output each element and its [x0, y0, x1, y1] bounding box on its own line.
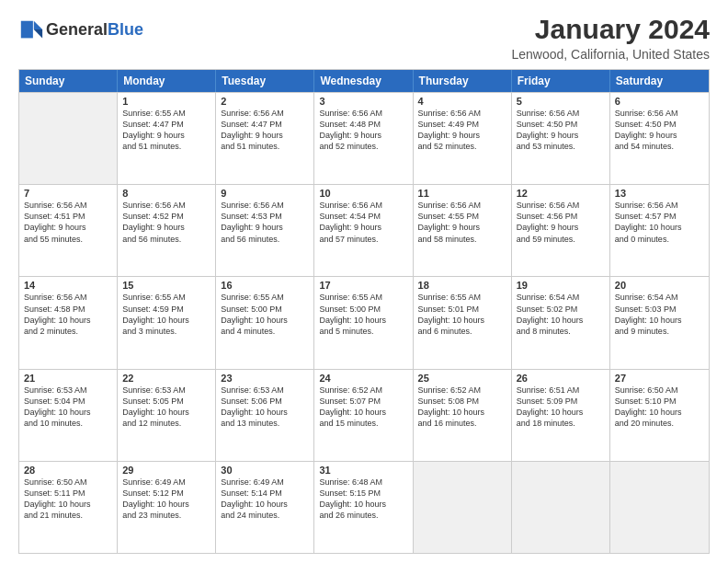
cell-line: Sunset: 4:47 PM [122, 119, 210, 130]
calendar-cell-19: 19Sunrise: 6:54 AMSunset: 5:02 PMDayligh… [512, 277, 610, 368]
calendar-cell-20: 20Sunrise: 6:54 AMSunset: 5:03 PMDayligh… [610, 277, 709, 368]
cell-line: Daylight: 9 hours [24, 222, 112, 233]
calendar-cell-2: 2Sunrise: 6:56 AMSunset: 4:47 PMDaylight… [216, 93, 314, 184]
cell-line: Sunrise: 6:55 AM [221, 292, 309, 303]
cell-line: and 56 minutes. [221, 234, 309, 245]
calendar-cell-12: 12Sunrise: 6:56 AMSunset: 4:56 PMDayligh… [512, 185, 610, 276]
day-number: 27 [615, 373, 704, 384]
cell-line: Sunrise: 6:55 AM [122, 292, 210, 303]
cell-line: and 18 minutes. [517, 418, 605, 429]
calendar-cell-7: 7Sunrise: 6:56 AMSunset: 4:51 PMDaylight… [19, 185, 118, 276]
calendar-cell-28: 28Sunrise: 6:50 AMSunset: 5:11 PMDayligh… [19, 462, 118, 553]
cell-line: Sunset: 4:59 PM [122, 304, 210, 315]
cell-line: Daylight: 9 hours [418, 130, 506, 141]
calendar-cell-empty [512, 462, 610, 553]
calendar: SundayMondayTuesdayWednesdayThursdayFrid… [18, 69, 710, 554]
col-header-friday: Friday [512, 70, 610, 92]
cell-line: Daylight: 9 hours [122, 222, 210, 233]
calendar-cell-3: 3Sunrise: 6:56 AMSunset: 4:48 PMDaylight… [314, 93, 413, 184]
calendar-cell-29: 29Sunrise: 6:49 AMSunset: 5:12 PMDayligh… [118, 462, 216, 553]
day-number: 9 [221, 188, 309, 199]
calendar-cell-13: 13Sunrise: 6:56 AMSunset: 4:57 PMDayligh… [610, 185, 709, 276]
cell-line: Sunrise: 6:55 AM [122, 108, 210, 119]
cell-line: Daylight: 10 hours [122, 407, 210, 418]
cell-line: Daylight: 10 hours [24, 315, 112, 326]
cell-line: Sunrise: 6:53 AM [122, 385, 210, 396]
cell-line: Sunset: 4:57 PM [615, 211, 704, 222]
cell-line: and 56 minutes. [122, 234, 210, 245]
calendar-cell-16: 16Sunrise: 6:55 AMSunset: 5:00 PMDayligh… [216, 277, 314, 368]
cell-line: and 51 minutes. [221, 141, 309, 152]
cell-line: Daylight: 9 hours [319, 130, 407, 141]
cell-line: Sunrise: 6:55 AM [319, 292, 407, 303]
cell-line: Sunrise: 6:52 AM [418, 385, 506, 396]
day-number: 14 [24, 280, 112, 291]
calendar-cell-5: 5Sunrise: 6:56 AMSunset: 4:50 PMDaylight… [512, 93, 610, 184]
cell-line: Daylight: 9 hours [418, 222, 506, 233]
day-number: 19 [517, 280, 605, 291]
cell-line: and 4 minutes. [221, 326, 309, 337]
calendar-cell-9: 9Sunrise: 6:56 AMSunset: 4:53 PMDaylight… [216, 185, 314, 276]
calendar-row-2: 7Sunrise: 6:56 AMSunset: 4:51 PMDaylight… [19, 184, 709, 276]
cell-line: Sunrise: 6:49 AM [122, 477, 210, 488]
cell-line: Sunrise: 6:56 AM [24, 200, 112, 211]
day-number: 12 [517, 188, 605, 199]
cell-line: Daylight: 9 hours [221, 130, 309, 141]
day-number: 18 [418, 280, 506, 291]
cell-line: Sunrise: 6:54 AM [615, 292, 704, 303]
day-number: 5 [517, 96, 605, 107]
cell-line: Sunset: 4:51 PM [24, 211, 112, 222]
cell-line: Sunset: 5:09 PM [517, 396, 605, 407]
cell-line: Sunset: 5:04 PM [24, 396, 112, 407]
day-number: 29 [122, 465, 210, 476]
calendar-row-1: 1Sunrise: 6:55 AMSunset: 4:47 PMDaylight… [19, 92, 709, 184]
cell-line: Sunrise: 6:56 AM [517, 108, 605, 119]
cell-line: Sunset: 4:47 PM [221, 119, 309, 130]
cell-line: Daylight: 10 hours [221, 315, 309, 326]
cell-line: Sunset: 5:05 PM [122, 396, 210, 407]
cell-line: Daylight: 10 hours [418, 407, 506, 418]
cell-line: and 20 minutes. [615, 418, 704, 429]
cell-line: Sunrise: 6:56 AM [24, 292, 112, 303]
cell-line: Sunset: 4:56 PM [517, 211, 605, 222]
cell-line: Sunset: 4:58 PM [24, 304, 112, 315]
header: GeneralBlue January 2024 Lenwood, Califo… [18, 14, 710, 62]
cell-line: Sunrise: 6:56 AM [418, 200, 506, 211]
cell-line: and 8 minutes. [517, 326, 605, 337]
cell-line: and 59 minutes. [517, 234, 605, 245]
cell-line: Daylight: 9 hours [517, 222, 605, 233]
day-number: 7 [24, 188, 112, 199]
calendar-row-3: 14Sunrise: 6:56 AMSunset: 4:58 PMDayligh… [19, 276, 709, 368]
calendar-cell-24: 24Sunrise: 6:52 AMSunset: 5:07 PMDayligh… [314, 370, 413, 461]
col-header-saturday: Saturday [610, 70, 709, 92]
cell-line: Sunrise: 6:54 AM [517, 292, 605, 303]
calendar-cell-23: 23Sunrise: 6:53 AMSunset: 5:06 PMDayligh… [216, 370, 314, 461]
cell-line: Sunrise: 6:52 AM [319, 385, 407, 396]
cell-line: Daylight: 10 hours [615, 407, 704, 418]
day-number: 11 [418, 188, 506, 199]
day-number: 25 [418, 373, 506, 384]
cell-line: Sunrise: 6:48 AM [319, 477, 407, 488]
calendar-cell-17: 17Sunrise: 6:55 AMSunset: 5:00 PMDayligh… [314, 277, 413, 368]
day-number: 30 [221, 465, 309, 476]
cell-line: and 24 minutes. [221, 510, 309, 521]
calendar-cell-30: 30Sunrise: 6:49 AMSunset: 5:14 PMDayligh… [216, 462, 314, 553]
cell-line: Sunset: 5:01 PM [418, 304, 506, 315]
cell-line: and 55 minutes. [24, 234, 112, 245]
day-number: 4 [418, 96, 506, 107]
cell-line: Daylight: 9 hours [122, 130, 210, 141]
cell-line: and 12 minutes. [122, 418, 210, 429]
logo-text-line1: GeneralBlue [46, 21, 143, 40]
cell-line: Daylight: 10 hours [418, 315, 506, 326]
col-header-thursday: Thursday [414, 70, 512, 92]
day-number: 20 [615, 280, 704, 291]
cell-line: Sunrise: 6:56 AM [221, 108, 309, 119]
cell-line: and 0 minutes. [615, 234, 704, 245]
cell-line: and 57 minutes. [319, 234, 407, 245]
cell-line: Daylight: 9 hours [517, 130, 605, 141]
cell-line: Sunrise: 6:51 AM [517, 385, 605, 396]
cell-line: Sunset: 4:54 PM [319, 211, 407, 222]
day-number: 15 [122, 280, 210, 291]
calendar-cell-1: 1Sunrise: 6:55 AMSunset: 4:47 PMDaylight… [118, 93, 216, 184]
cell-line: Sunrise: 6:50 AM [615, 385, 704, 396]
